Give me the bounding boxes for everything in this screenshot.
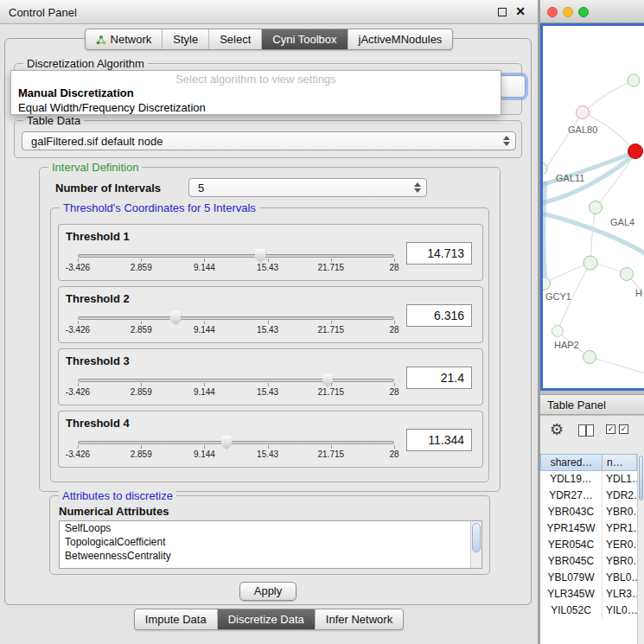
bottom-tab-infer-network[interactable]: Infer Network xyxy=(315,609,403,629)
tab-cyni-toolbox[interactable]: Cyni Toolbox xyxy=(261,29,347,49)
node[interactable] xyxy=(543,277,551,290)
cell-name[interactable]: YLR3… xyxy=(603,586,637,603)
mac-zoom-icon[interactable] xyxy=(578,7,589,17)
threshold-value-field[interactable]: 14.713 xyxy=(406,242,472,265)
close-icon[interactable]: ✕ xyxy=(515,4,526,18)
dropdown-option-manual-discretization[interactable]: Manual Discretization xyxy=(11,86,501,100)
threshold-value-field[interactable]: 6.316 xyxy=(406,304,472,327)
attribute-item[interactable]: TopologicalCoefficient xyxy=(60,535,481,549)
node[interactable] xyxy=(590,201,603,214)
node[interactable] xyxy=(543,163,547,175)
threshold-slider[interactable] xyxy=(78,247,394,265)
bottom-tab-impute-data[interactable]: Impute Data xyxy=(135,609,217,629)
cell-shared-name[interactable]: YDL19… xyxy=(540,471,603,488)
cell-name[interactable]: YER0… xyxy=(603,537,637,553)
slider-thumb[interactable] xyxy=(221,436,233,450)
table-row[interactable]: YBR043CYBR0… xyxy=(540,504,637,520)
slider-track[interactable] xyxy=(78,254,394,258)
tick-label: 28 xyxy=(389,325,399,335)
tick-label: 28 xyxy=(389,450,399,459)
node[interactable] xyxy=(577,106,590,119)
cell-name[interactable]: YDR2… xyxy=(603,488,637,504)
group-title: Table Data xyxy=(23,114,84,127)
slider-track[interactable] xyxy=(78,316,394,320)
table-row[interactable]: YDL19…YDL1… xyxy=(540,471,637,488)
gear-icon[interactable]: ⚙ xyxy=(550,420,564,439)
table-row[interactable]: YBL079WYBL0… xyxy=(540,570,637,586)
column-layout-icon[interactable] xyxy=(578,424,594,437)
threshold-slider[interactable] xyxy=(78,309,394,327)
node[interactable] xyxy=(583,256,597,270)
mac-minimize-icon[interactable] xyxy=(563,7,573,17)
node-selected-red[interactable] xyxy=(628,144,643,159)
cell-shared-name[interactable]: YBR043C xyxy=(540,504,603,520)
tick-label: 2.859 xyxy=(131,450,152,459)
slider-thumb[interactable] xyxy=(255,249,266,263)
attributes-scrollbar[interactable] xyxy=(470,521,481,568)
node[interactable] xyxy=(552,326,564,337)
cell-name[interactable]: YDL1… xyxy=(603,471,637,488)
tick-label: 9.144 xyxy=(194,387,215,397)
cell-name[interactable]: YBR0… xyxy=(603,553,637,570)
algorithm-combo-fragment[interactable] xyxy=(500,75,526,98)
table-data-combo[interactable]: galFiltered.sif default node xyxy=(22,131,516,150)
cell-shared-name[interactable]: YDR27… xyxy=(540,488,603,504)
screen: Control Panel ✕ NetworkStyleSelectCyni T… xyxy=(0,0,644,644)
node-label-hap2: HAP2 xyxy=(554,340,579,350)
cell-name[interactable]: YIL0… xyxy=(603,603,637,619)
network-view-window: GAL80 GAL11 GAL4 GCY1 HAP2 H xyxy=(540,0,644,391)
attribute-item[interactable]: BetweennessCentrality xyxy=(60,549,481,563)
cell-shared-name[interactable]: YIL052C xyxy=(540,603,603,619)
tick-label: -3.426 xyxy=(66,263,90,272)
bottom-tab-discretize-data[interactable]: Discretize Data xyxy=(217,609,315,629)
threshold-slider[interactable] xyxy=(78,434,394,451)
cell-shared-name[interactable]: YLR345W xyxy=(540,586,603,603)
node[interactable] xyxy=(621,268,634,281)
slider-track[interactable] xyxy=(78,379,394,382)
tab-label: Select xyxy=(220,33,251,46)
threshold-label: Threshold 4 xyxy=(66,417,130,430)
number-of-intervals-combo[interactable]: 5 xyxy=(188,178,427,197)
cell-name[interactable]: YPR1… xyxy=(603,520,637,537)
tab-select[interactable]: Select xyxy=(208,29,261,49)
tab-style[interactable]: Style xyxy=(162,29,208,49)
table-row[interactable]: YER054CYER0… xyxy=(540,537,637,553)
tab-label: Network xyxy=(111,33,152,46)
table-row[interactable]: YDR27…YDR2… xyxy=(540,488,637,504)
cell-shared-name[interactable]: YBL079W xyxy=(540,570,603,586)
apply-button[interactable]: Apply xyxy=(239,582,296,601)
scrollbar-thumb[interactable] xyxy=(472,523,481,552)
slider-thumb[interactable] xyxy=(170,311,182,325)
scrollbar-thumb[interactable] xyxy=(639,456,643,501)
dropdown-option-equal-width-frequency[interactable]: Equal Width/Frequency Discretization xyxy=(11,100,501,115)
column-header-name[interactable]: n… xyxy=(603,454,637,471)
slider-tickmark xyxy=(141,258,142,262)
threshold-value-field[interactable]: 11.344 xyxy=(406,429,472,451)
table-header-row: shared… n… xyxy=(540,454,637,471)
checkbox-icon[interactable]: ✓ xyxy=(606,424,615,434)
table-row[interactable]: YLR345WYLR3… xyxy=(540,586,637,603)
cell-shared-name[interactable]: YPR145W xyxy=(540,520,603,537)
attribute-item[interactable]: SelfLoops xyxy=(60,521,481,535)
column-header-shared-name[interactable]: shared… xyxy=(540,454,603,471)
node[interactable] xyxy=(583,351,596,364)
cell-name[interactable]: YBL0… xyxy=(603,570,637,586)
node[interactable] xyxy=(628,74,640,86)
float-window-icon[interactable] xyxy=(498,8,507,16)
cell-shared-name[interactable]: YBR045C xyxy=(540,553,603,570)
threshold-slider[interactable] xyxy=(78,372,394,389)
table-row[interactable]: YIL052CYIL0… xyxy=(540,603,637,619)
slider-track[interactable] xyxy=(78,441,394,444)
mac-close-icon[interactable] xyxy=(547,7,558,17)
checkbox-icon[interactable]: ✓ xyxy=(619,424,628,434)
tab-jactivemnodules[interactable]: jActiveMNodules xyxy=(348,29,453,49)
network-canvas[interactable]: GAL80 GAL11 GAL4 GCY1 HAP2 H xyxy=(543,26,644,388)
cell-name[interactable]: YBR0… xyxy=(603,504,637,520)
table-row[interactable]: YBR045CYBR0… xyxy=(540,553,637,570)
attributes-to-discretize-group: Attributes to discretize Numerical Attri… xyxy=(49,495,490,575)
table-row[interactable]: YPR145WYPR1… xyxy=(540,520,637,537)
table-scrollbar[interactable] xyxy=(637,454,644,644)
tab-network[interactable]: Network xyxy=(86,29,163,49)
threshold-value-field[interactable]: 21.4 xyxy=(406,367,472,389)
cell-shared-name[interactable]: YER054C xyxy=(540,537,603,553)
